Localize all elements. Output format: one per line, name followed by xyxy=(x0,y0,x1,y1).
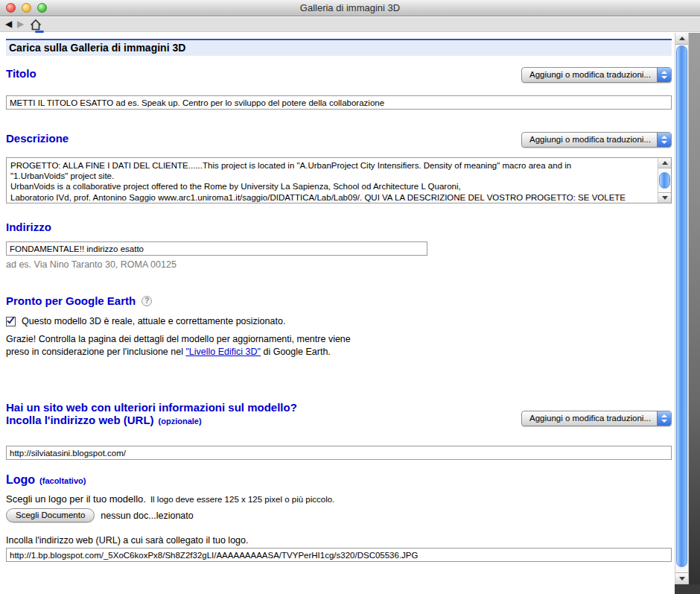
description-line: UrbanVoids is a collaborative project of… xyxy=(10,181,652,192)
logo-choose-text: Scegli un logo per il tuo modello. xyxy=(6,493,146,505)
app-window: Galleria di immagini 3D ◀ ▶ Carica sulla… xyxy=(0,0,700,594)
desktop-background-strip xyxy=(689,33,700,594)
description-translations-dropdown-label: Aggiungi o modifica traduzioni... xyxy=(522,133,657,147)
scroll-up-icon[interactable] xyxy=(675,33,688,45)
dropdown-arrows-icon xyxy=(657,411,671,426)
logo-url-label: Incolla l'indirizzo web (URL) a cui sarà… xyxy=(6,535,672,546)
description-translations-dropdown[interactable]: Aggiungi o modifica traduzioni... xyxy=(521,132,672,148)
zoom-button[interactable] xyxy=(37,3,47,13)
logo-url-input[interactable] xyxy=(6,548,672,562)
scroll-down-icon[interactable] xyxy=(675,572,688,584)
website-url-input[interactable] xyxy=(6,446,672,460)
window-bottom-corner xyxy=(675,584,700,594)
description-scrollbar[interactable] xyxy=(658,158,671,203)
title-translations-dropdown[interactable]: Aggiungi o modifica traduzioni... xyxy=(521,67,672,83)
traffic-lights xyxy=(6,3,47,13)
website-translations-dropdown-label: Aggiungi o modifica traduzioni... xyxy=(522,411,657,426)
choose-file-button[interactable]: Scegli Documento xyxy=(6,508,95,522)
dropdown-arrows-icon xyxy=(657,68,671,82)
address-section-heading: Indirizzo xyxy=(6,221,672,233)
forward-icon: ▶ xyxy=(17,19,24,29)
description-line: "1.UrbanVoids" project site. xyxy=(10,171,652,181)
logo-section-heading: Logo xyxy=(6,473,35,487)
description-section-heading: Descrizione xyxy=(6,132,69,145)
real-model-checkbox[interactable] xyxy=(6,317,16,326)
back-icon[interactable]: ◀ xyxy=(5,19,12,29)
title-translations-dropdown-label: Aggiungi o modifica traduzioni... xyxy=(522,68,657,82)
description-scrollbar-thumb[interactable] xyxy=(659,172,670,189)
website-translations-dropdown[interactable]: Aggiungi o modifica traduzioni... xyxy=(521,411,672,426)
scroll-up-icon[interactable] xyxy=(658,158,671,168)
google-earth-thanks-text: Grazie! Controlla la pagina dei dettagli… xyxy=(6,333,357,358)
close-button[interactable] xyxy=(6,3,16,13)
window-titlebar: Galleria di immagini 3D xyxy=(0,0,700,16)
title-section-heading: Titolo xyxy=(6,67,36,80)
browser-toolbar: ◀ ▶ xyxy=(0,17,700,32)
file-status-text: nessun doc...lezionato xyxy=(101,511,193,521)
window-title: Galleria di immagini 3D xyxy=(0,0,700,16)
logo-optional-label: (facoltativo) xyxy=(39,476,86,485)
website-url-heading: Incolla l'indirizzo web (URL) xyxy=(6,414,154,426)
page-scrollbar[interactable] xyxy=(675,33,689,584)
thanks-text-after: di Google Earth. xyxy=(261,347,331,357)
checkbox-check-icon xyxy=(7,315,15,324)
description-line: PROGETTO: ALLA FINE I DATI DEL CLIENTE..… xyxy=(10,160,652,171)
dropdown-arrows-icon xyxy=(657,133,671,147)
address-input[interactable] xyxy=(6,241,427,256)
page-title: Carica sulla Galleria di immagini 3D xyxy=(6,39,672,56)
website-question-heading: Hai un sito web con ulteriori informazio… xyxy=(6,401,297,414)
buildings-layer-link[interactable]: "Livello Edifici 3D" xyxy=(185,347,261,357)
scroll-down-icon[interactable] xyxy=(658,192,671,203)
website-optional-label: (opzionale) xyxy=(159,417,202,426)
minimize-button[interactable] xyxy=(22,3,31,13)
google-earth-section-heading: Pronto per Google Earth xyxy=(6,294,136,307)
page-scrollbar-thumb[interactable] xyxy=(676,45,687,567)
logo-size-hint: Il logo deve essere 125 x 125 pixel o pi… xyxy=(150,495,334,504)
title-input[interactable] xyxy=(6,95,672,110)
description-textarea[interactable]: PROGETTO: ALLA FINE I DATI DEL CLIENTE..… xyxy=(6,157,672,203)
help-icon[interactable]: ? xyxy=(141,296,152,306)
address-example-hint: ad es. Via Nino Taranto 30, ROMA 00125 xyxy=(6,259,672,270)
page-content: Carica sulla Galleria di immagini 3D Tit… xyxy=(0,33,675,594)
real-model-checkbox-label: Questo modello 3D è reale, attuale e cor… xyxy=(22,316,285,326)
description-line: Laboratorio IVd, prof. Antonino Saggio w… xyxy=(10,192,652,203)
